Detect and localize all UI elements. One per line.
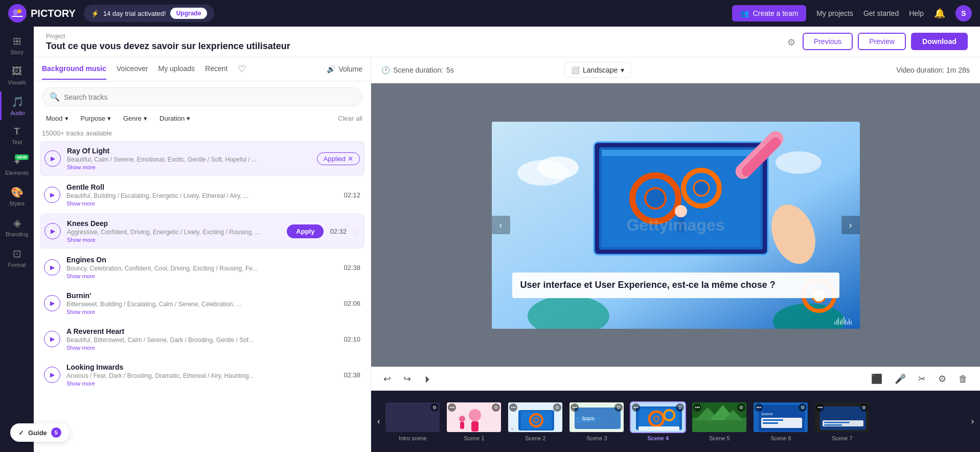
track-name: Ray Of Light [67,147,311,155]
sidebar-item-visuals[interactable]: 🖼 Visuals [0,61,34,89]
sidebar-item-styles[interactable]: 🎨 Styles [0,182,34,211]
avatar[interactable]: S [955,5,972,21]
duration-filter[interactable]: Duration ▾ [155,112,194,124]
favorites-button[interactable]: ♡ [238,63,246,81]
delete-button[interactable]: 🗑 [956,372,970,387]
apply-button[interactable]: Apply [287,224,324,238]
next-scene-button[interactable]: › [841,216,860,234]
show-more-link[interactable]: Show more [66,345,337,351]
scene-thumb-5[interactable]: ⚙ ••• Scene 5 [689,401,750,441]
redo-button[interactable]: ↪ [401,371,413,387]
help-link[interactable]: Help [909,9,924,17]
tab-background-music[interactable]: Background music [42,64,106,80]
show-more-link[interactable]: Show more [66,380,337,387]
show-more-link[interactable]: Show more [66,309,337,315]
scene-label: Scene 2 [525,435,545,441]
landscape-select[interactable]: ⬜ Landscape ▾ [564,62,631,78]
play-button[interactable]: ▶ [44,259,60,276]
tab-voiceover[interactable]: Voiceover [117,64,148,80]
scene-label: Scene 1 [464,435,484,441]
settings-icon: ⚙ [787,37,795,48]
search-input[interactable] [64,93,355,101]
volume-button[interactable]: 🔊 Volume [327,65,362,79]
svg-point-10 [694,180,709,196]
video-canvas: ⊕ [371,83,980,367]
play-button[interactable]: ▶ [44,187,60,203]
sidebar-item-audio[interactable]: 🎵 Audio [0,92,34,120]
show-more-link[interactable]: Show more [67,164,311,170]
purpose-filter[interactable]: Purpose ▾ [77,112,115,124]
mood-filter[interactable]: Mood ▾ [42,112,73,124]
timeline-next-button[interactable]: › [969,415,976,428]
show-more-link[interactable]: Show more [67,237,281,243]
track-item[interactable]: ▶ Looking Inwards Anxious / Fear, Dark /… [40,358,364,392]
timeline-prev-button[interactable]: ‹ [375,415,382,428]
settings-button[interactable]: ⚙ [936,371,948,387]
download-button[interactable]: Download [911,33,968,50]
scene-thumb-intro[interactable]: ⚙ Intro scene [382,401,443,441]
play-button[interactable]: ▶ [44,150,61,167]
track-item[interactable]: ▶ Ray Of Light Beautiful, Calm / Serene,… [40,141,364,176]
play-button[interactable]: ▶ [44,295,60,311]
undo-button[interactable]: ↩ [381,371,393,387]
scene-label: Scene 4 [648,435,669,441]
scene-thumb-2[interactable]: ✕ ⚙ ••• Scene 2 [505,401,566,441]
guide-button[interactable]: ✓ Guide 5 [10,423,70,442]
previous-scene-button[interactable]: ‹ [492,216,510,234]
logo-text: PICTORY [31,8,76,19]
track-duration: 02:10 [344,335,360,343]
track-item[interactable]: ▶ Knees Deep Aggressive, Confident, Driv… [40,214,364,248]
track-item[interactable]: ▶ Engines On Bouncy, Celebration, Confid… [40,251,364,284]
tab-recent[interactable]: Recent [205,64,227,80]
show-more-link[interactable]: Show more [66,200,337,207]
scene-thumb-7[interactable]: ⚙ ••• Scene 7 [811,401,873,441]
scene-thumb-1[interactable]: ⚙ ••• Scene 1 [443,401,505,441]
captions-button[interactable]: ⬛ [869,371,884,387]
track-tags: Beautiful, Bittersweet, Calm / Serene, D… [66,336,337,344]
preview-button[interactable]: Preview [858,33,906,50]
volume-icon: 🔊 [327,65,335,73]
create-team-button[interactable]: 👥 Create a team [732,5,807,21]
track-name: Gentle Roll [66,183,337,191]
close-icon[interactable]: ✕ [348,155,353,163]
play-pause-button[interactable]: ⏵ [421,372,435,387]
genre-filter[interactable]: Genre ▾ [119,112,151,124]
applied-badge: Applied ✕ [317,152,360,165]
filter-bar: Mood ▾ Purpose ▾ Genre ▾ Duration ▾ [34,112,371,129]
favorite-icon[interactable]: ♡ [353,227,360,236]
tracks-list: ▶ Ray Of Light Beautiful, Calm / Serene,… [34,141,371,452]
track-duration: 02:38 [344,264,360,272]
project-title-area: Project Tout ce que vous devez savoir su… [46,33,290,52]
track-duration: 02:38 [344,371,360,379]
show-more-link[interactable]: Show more [66,273,337,279]
scene-thumb-3[interactable]: learn ⚙ ••• Scene 3 [566,401,627,441]
get-started-link[interactable]: Get started [863,9,899,17]
my-projects-link[interactable]: My projects [816,9,853,17]
sidebar-item-branding[interactable]: ◈ Branding [0,213,34,241]
upgrade-button[interactable]: Upgrade [170,8,208,19]
previous-button[interactable]: Previous [803,33,853,50]
branding-icon: ◈ [13,217,21,229]
people-icon: 👥 [740,9,749,17]
sidebar-item-format[interactable]: ⊡ Format [0,243,34,272]
track-item[interactable]: ▶ Gentle Roll Beautiful, Building / Esca… [40,178,364,212]
scene-thumb-6[interactable]: Scene ⚙ ••• Scene 6 [750,401,811,441]
play-button[interactable]: ▶ [44,223,61,239]
track-info: Burnin' Bittersweet, Building / Escalati… [66,291,337,315]
tab-my-uploads[interactable]: My uploads [158,64,195,80]
track-item[interactable]: ▶ A Reverent Heart Beautiful, Bitterswee… [40,322,364,356]
play-button[interactable]: ▶ [44,331,60,347]
scene-thumbnail: ⚙ ••• [691,401,747,433]
sidebar-item-elements[interactable]: NEW ✦ Elements [0,151,34,180]
sidebar-item-text[interactable]: T Text [0,122,34,149]
cut-button[interactable]: ✂ [916,371,928,387]
notification-button[interactable]: 🔔 [934,8,945,19]
scene-thumb-4[interactable]: ⚙ ••• Scene 4 [627,401,689,441]
play-button[interactable]: ▶ [44,367,60,383]
guide-badge: 5 [51,427,61,438]
clear-all-button[interactable]: Clear all [338,115,362,122]
track-item[interactable]: ▶ Burnin' Bittersweet, Building / Escala… [40,286,364,320]
microphone-button[interactable]: 🎤 [893,371,908,387]
svg-point-32 [534,418,539,423]
sidebar-item-story[interactable]: ⊞ Story [0,31,34,59]
